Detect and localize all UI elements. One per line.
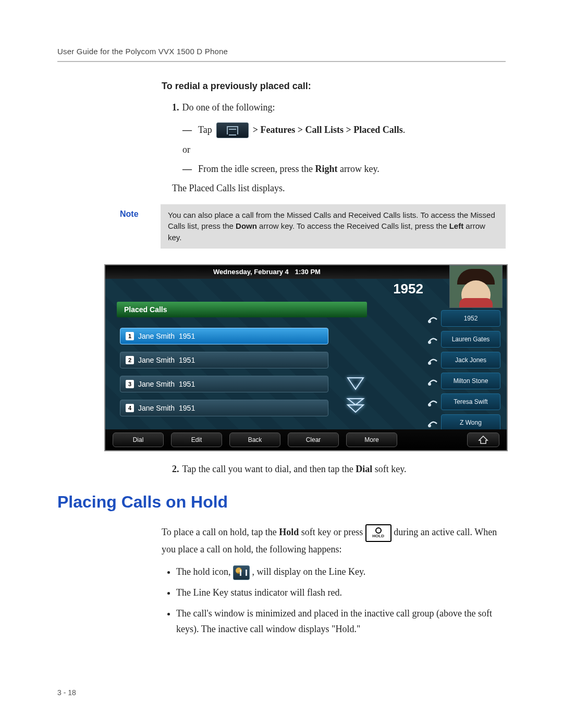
hold-p1a: To place a call on hold, tap the (162, 527, 279, 537)
bullet-1a: The hold icon, (176, 566, 233, 577)
svg-marker-0 (348, 378, 363, 389)
softkey-back[interactable]: Back (229, 433, 280, 447)
home-icon[interactable] (467, 433, 499, 447)
svg-point-6 (428, 382, 431, 386)
call-row-1[interactable]: 1 Jane Smith 1951 (120, 328, 328, 344)
softkey-edit[interactable]: Edit (171, 433, 222, 447)
phone-time: 1:30 PM (295, 268, 321, 276)
step-1-result: The Placed Calls list displays. (172, 183, 506, 194)
softkey-more[interactable]: More (346, 433, 397, 447)
phone-date: Wednesday, February 4 (213, 268, 289, 276)
phone-icon (426, 375, 439, 387)
avatar (449, 265, 503, 308)
softkey-clear[interactable]: Clear (288, 433, 339, 447)
phone-icon (426, 396, 439, 408)
option-or: or (182, 144, 506, 155)
bullet-1: The hold icon, , will display on the Lin… (176, 564, 506, 580)
svg-point-7 (428, 403, 431, 406)
note-left: Left (449, 221, 464, 230)
phone-screenshot: Wednesday, February 4 1:30 PM 1952 Place… (104, 264, 508, 451)
step-2c: soft key. (372, 464, 406, 474)
linekey-3[interactable]: Jack Jones (441, 352, 500, 368)
call-idx: 2 (126, 356, 134, 364)
svg-marker-1 (348, 399, 363, 405)
linekey-5[interactable]: Teresa Swift (441, 393, 500, 410)
call-idx: 4 (126, 404, 134, 412)
linekey-1[interactable]: 1952 (441, 310, 500, 327)
call-idx: 1 (126, 332, 134, 340)
call-name: Jane Smith (138, 356, 175, 364)
option-right-a: From the idle screen, press the (198, 164, 315, 174)
softkey-dial[interactable]: Dial (113, 433, 164, 447)
phone-icon (426, 416, 439, 429)
bullet-2: The Line Key status indicator will flash… (176, 585, 506, 601)
call-name: Jane Smith (138, 404, 175, 412)
step-2b: Dial (356, 464, 372, 474)
header-rule (57, 61, 506, 62)
option-right-c: arrow key. (337, 164, 379, 174)
step-1: 1.Do one of the following: (172, 100, 506, 115)
call-row-2[interactable]: 2 Jane Smith 1951 (120, 352, 328, 368)
placed-calls-header: Placed Calls (117, 302, 367, 317)
svg-point-8 (428, 424, 431, 427)
bullet-3: The call's window is minimized and place… (176, 606, 506, 637)
call-row-4[interactable]: 4 Jane Smith 1951 (120, 400, 328, 416)
hold-status-icon (233, 565, 250, 580)
svg-point-5 (428, 362, 431, 365)
hold-p1b: Hold (279, 527, 299, 537)
scroll-down-icon[interactable] (344, 374, 367, 393)
hold-key-icon: HOLD (365, 524, 391, 542)
call-name: Jane Smith (138, 332, 175, 340)
menu-icon (216, 122, 249, 138)
svg-marker-2 (348, 405, 363, 412)
running-header: User Guide for the Polycom VVX 1500 D Ph… (57, 47, 506, 56)
option-tap-dot: . (403, 125, 406, 135)
option-right-b: Right (315, 164, 337, 174)
call-num: 1951 (179, 356, 195, 364)
option-tap: — Tap > Features > Call Lists > Placed C… (182, 122, 506, 138)
linekey-6[interactable]: Z Wong (441, 414, 500, 431)
call-num: 1951 (179, 332, 195, 340)
heading-placing-calls-on-hold: Placing Calls on Hold (57, 492, 506, 512)
phone-icon (426, 354, 439, 366)
note-box: You can also place a call from the Misse… (161, 204, 506, 249)
option-tap-word: Tap (198, 122, 212, 138)
call-row-3[interactable]: 3 Jane Smith 1951 (120, 376, 328, 392)
call-name: Jane Smith (138, 380, 175, 388)
svg-point-4 (428, 341, 431, 344)
linekey-2[interactable]: Lauren Gates (441, 331, 500, 348)
phone-icon (426, 312, 439, 325)
option-right-arrow: — From the idle screen, press the Right … (182, 162, 506, 177)
note-label: Note (120, 204, 156, 249)
call-idx: 3 (126, 380, 134, 388)
note-down: Down (236, 221, 257, 230)
hold-paragraph: To place a call on hold, tap the Hold so… (162, 524, 506, 558)
phone-icon (426, 333, 439, 346)
hold-p1c: soft key or press (299, 527, 365, 537)
phone-extension: 1952 (393, 281, 423, 297)
scroll-down-double-icon[interactable] (344, 396, 367, 415)
hold-bullets: The hold icon, , will display on the Lin… (162, 564, 506, 637)
step-1-text: Do one of the following: (182, 102, 275, 113)
call-num: 1951 (179, 404, 195, 412)
note-t2: arrow key. To access the Received Calls … (257, 221, 449, 230)
page-number: 3 - 18 (57, 688, 76, 697)
svg-point-3 (428, 320, 431, 323)
softkey-bar: Dial Edit Back Clear More (105, 429, 507, 450)
bullet-1b: , will display on the Line Key. (250, 566, 365, 577)
hold-key-label: HOLD (372, 534, 384, 538)
step-2: 2.Tap the call you want to dial, and the… (172, 462, 506, 477)
call-num: 1951 (179, 380, 195, 388)
procedure-title: To redial a previously placed call: (162, 81, 506, 92)
phone-topbar: Wednesday, February 4 1:30 PM (105, 265, 507, 279)
linekey-4[interactable]: Milton Stone (441, 373, 500, 389)
option-tap-path: > Features > Call Lists > Placed Calls (253, 125, 403, 135)
step-2a: Tap the call you want to dial, and then … (182, 464, 356, 474)
